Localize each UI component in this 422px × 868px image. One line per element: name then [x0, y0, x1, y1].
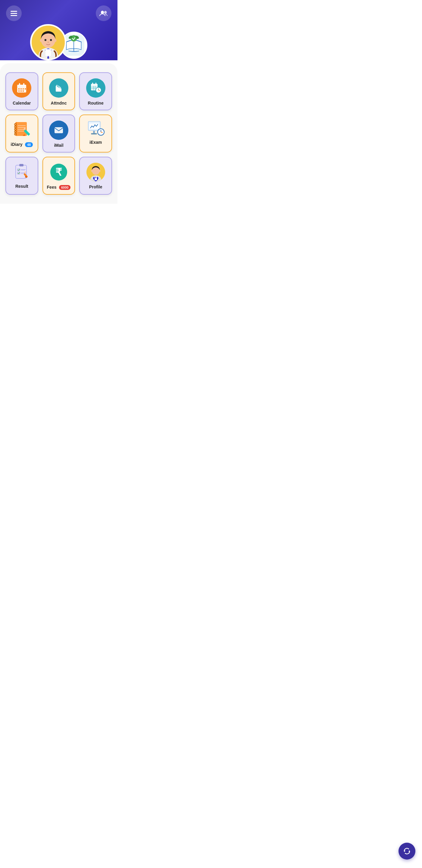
mail-icon: [53, 125, 64, 135]
imail-icon-circle: [49, 121, 68, 140]
iexam-card[interactable]: iExam: [79, 115, 112, 153]
svg-rect-16: [17, 85, 26, 87]
svg-point-10: [54, 39, 56, 42]
svg-rect-20: [21, 88, 22, 90]
svg-point-8: [47, 41, 49, 43]
svg-rect-19: [19, 88, 20, 90]
svg-rect-4: [45, 49, 51, 56]
svg-point-9: [40, 39, 42, 42]
svg-point-7: [50, 39, 52, 41]
main-content: Calendar Attndnc: [0, 63, 118, 204]
fees-label-wrapper: Fees 6000: [47, 184, 71, 190]
svg-rect-25: [25, 88, 26, 90]
menu-button[interactable]: [6, 5, 22, 21]
result-label: Result: [15, 184, 28, 189]
student-avatar-svg: [32, 26, 65, 59]
calendar-label: Calendar: [13, 101, 31, 105]
diary-badge: 48: [25, 142, 33, 147]
calendar-icon: [16, 83, 27, 93]
svg-rect-61: [91, 133, 97, 134]
svg-rect-23: [21, 90, 22, 92]
hamburger-icon: [10, 11, 17, 16]
header: [0, 0, 118, 60]
diary-icon-container: [13, 121, 31, 138]
svg-rect-18: [23, 83, 24, 86]
fees-label: Fees: [47, 185, 57, 190]
svg-point-85: [99, 170, 100, 172]
result-icon-container: [13, 163, 31, 181]
svg-rect-34: [96, 83, 96, 85]
users-button[interactable]: [96, 5, 111, 21]
imail-label: iMail: [54, 143, 63, 148]
svg-rect-32: [91, 84, 98, 86]
routine-icon-circle: [86, 79, 105, 98]
app-grid: Calendar Attndnc: [5, 72, 112, 195]
iexam-label: iExam: [90, 140, 102, 145]
routine-label: Routine: [88, 101, 104, 105]
imail-card[interactable]: iMail: [42, 115, 75, 153]
svg-point-6: [44, 39, 46, 41]
svg-rect-68: [19, 164, 24, 166]
calendar-icon-circle: [12, 79, 31, 98]
idiary-label: iDiary: [11, 142, 23, 147]
routine-icon: [90, 82, 101, 94]
svg-rect-60: [93, 131, 95, 133]
profile-label: Profile: [89, 184, 102, 189]
exam-icon: [87, 121, 105, 137]
users-icon: [99, 10, 108, 17]
result-card[interactable]: Result: [5, 157, 38, 195]
profile-icon: [87, 163, 105, 181]
routine-card[interactable]: Routine: [79, 72, 112, 110]
diary-icon: [13, 121, 30, 138]
svg-text:₹: ₹: [56, 166, 62, 178]
svg-point-0: [101, 11, 104, 14]
result-icon: [13, 163, 30, 180]
fees-icon-container: ₹: [50, 163, 68, 181]
fees-icon: ₹: [50, 163, 68, 181]
attndnc-card[interactable]: Attndnc: [42, 72, 75, 110]
idiary-card[interactable]: iDiary 48: [5, 115, 38, 153]
fees-badge: 6000: [59, 185, 70, 190]
svg-rect-17: [19, 83, 20, 86]
svg-rect-56: [55, 127, 63, 133]
idiary-label-wrapper: iDiary 48: [11, 142, 33, 147]
svg-point-84: [91, 170, 93, 172]
profile-icon-container: [87, 163, 105, 181]
avatar[interactable]: [30, 24, 66, 60]
svg-rect-24: [23, 90, 24, 92]
profile-area: [6, 24, 111, 60]
svg-rect-22: [19, 90, 20, 92]
calendar-card[interactable]: Calendar: [5, 72, 38, 110]
profile-card[interactable]: Profile: [79, 157, 112, 195]
school-logo-svg: [63, 35, 84, 56]
header-top: [6, 5, 111, 21]
svg-point-1: [104, 11, 107, 14]
attndnc-icon-circle: [49, 79, 68, 98]
svg-rect-33: [92, 83, 93, 85]
fees-card[interactable]: ₹ Fees 6000: [42, 157, 75, 195]
svg-rect-21: [23, 88, 24, 90]
iexam-icon-container: [87, 121, 105, 137]
svg-rect-43: [17, 122, 27, 136]
attendance-icon: [53, 83, 64, 93]
attndnc-label: Attndnc: [51, 101, 67, 105]
